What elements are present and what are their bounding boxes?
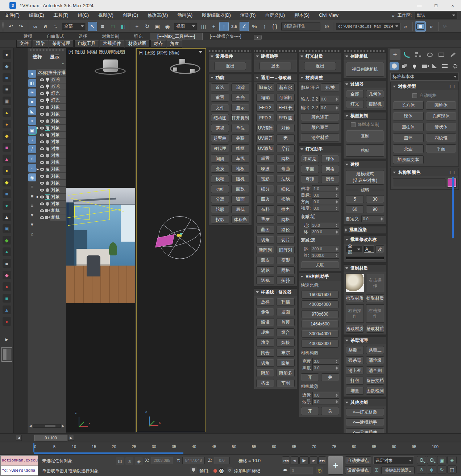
modeling-mode-button[interactable]: 建模模式(先选中对象): [346, 170, 384, 185]
modifier-button[interactable]: 法线: [277, 175, 295, 183]
modifier-button[interactable]: 壳: [277, 134, 295, 142]
ribbon-tab[interactable]: 自由形式: [40, 33, 71, 40]
spline-modifier-button[interactable]: 渲染: [256, 338, 274, 346]
node-label[interactable]: 对象: [50, 139, 66, 145]
viewport-perspective[interactable]: [+][透视][标准][默认明暗处理] zx: [66, 48, 135, 432]
primitive-button[interactable]: 茶壶: [393, 144, 424, 153]
explorer-row[interactable]: ▶ 对象: [37, 193, 66, 200]
value-spinner[interactable]: 0.0: [312, 198, 339, 205]
ribbon-tab[interactable]: [----建模合集----]: [203, 33, 249, 40]
value-spinner[interactable]: 1000.0: [311, 252, 339, 259]
modifier-button[interactable]: 推力: [277, 205, 295, 213]
plugin-button[interactable]: vr代理: [211, 144, 229, 152]
cleanup-button[interactable]: 增量: [346, 387, 364, 395]
modifier-button[interactable]: 重置: [256, 155, 274, 163]
plugin-button[interactable]: 首选: [211, 83, 229, 91]
toolbar-icon[interactable]: ∞: [30, 22, 40, 31]
plugin-icon[interactable]: ▲: [3, 213, 11, 221]
explorer-row[interactable]: 灯光: [37, 97, 66, 104]
expand-arrow-icon[interactable]: ▶: [37, 168, 40, 171]
interior-render[interactable]: [66, 188, 135, 303]
visibility-eye-icon[interactable]: [40, 99, 44, 102]
toolbar-overflow2-icon[interactable]: »: [427, 22, 436, 31]
ribbon-tab[interactable]: 建模: [16, 33, 40, 40]
set-key-button[interactable]: 设置关键点: [345, 466, 371, 474]
plugin-icon[interactable]: ≡: [3, 85, 11, 94]
spline-modifier-button[interactable]: 放样: [256, 298, 274, 306]
subtab-shapes[interactable]: [400, 62, 409, 70]
time-tag-label[interactable]: 添加时间标记: [234, 468, 260, 474]
visibility-eye-icon[interactable]: [40, 113, 44, 116]
toolbar-icon[interactable]: ∠: [240, 22, 249, 31]
next-frame-icon[interactable]: |▶: [310, 456, 317, 464]
visibility-eye-icon[interactable]: [40, 161, 44, 164]
menu-item[interactable]: Civil View: [314, 11, 343, 20]
close-button[interactable]: ×: [444, 0, 461, 11]
category-dropdown[interactable]: 标准基本体: [390, 73, 459, 81]
spline-modifier-button[interactable]: 附加多: [277, 369, 295, 377]
rotate-angle-button[interactable]: 60: [346, 205, 364, 213]
plugin-button[interactable]: 车线: [231, 155, 249, 163]
link-button[interactable]: 关联: [301, 261, 339, 269]
modifier-button[interactable]: 蒙皮: [256, 256, 274, 264]
plugin-tab[interactable]: 常规插件: [100, 40, 124, 48]
explorer-row[interactable]: 对象: [37, 111, 66, 118]
plugin-button[interactable]: 两视: [211, 124, 229, 132]
resolution-preset-button[interactable]: 4000x4000: [302, 300, 339, 308]
explorer-filter-icon[interactable]: /: [28, 145, 36, 153]
scene-object-ring[interactable]: [95, 67, 126, 75]
plugin-button[interactable]: 重置: [211, 94, 229, 102]
ribbon-collapse-icon[interactable]: ▾: [254, 35, 262, 40]
subtab-spacewarps[interactable]: [440, 62, 449, 70]
explorer-row[interactable]: ▶ 对象: [37, 166, 66, 173]
plugin-icon[interactable]: ●: [3, 166, 11, 175]
value-spinner[interactable]: 0.0: [312, 192, 339, 198]
cleanup-button[interactable]: 清卡死: [346, 366, 364, 374]
modifier-button[interactable]: 细分: [256, 185, 274, 193]
plugin-icon[interactable]: ■: [3, 294, 11, 303]
value-spinner[interactable]: 0.0: [319, 96, 339, 102]
visibility-eye-icon[interactable]: [40, 189, 44, 192]
viewport-label-item[interactable]: [标准]: [157, 50, 167, 56]
time-prev-icon[interactable]: ◀: [16, 435, 22, 441]
ribbon-tab[interactable]: [----Max_工具栏----]: [150, 33, 203, 40]
explorer-filter-icon[interactable]: ▼: [28, 211, 36, 219]
plugin-button[interactable]: 面数: [231, 185, 249, 193]
modifier-button[interactable]: FFD 长: [277, 104, 295, 112]
explorer-filter-icon[interactable]: ◉: [28, 173, 36, 181]
visibility-eye-icon[interactable]: [40, 175, 44, 178]
visibility-eye-icon[interactable]: [40, 134, 44, 136]
node-label[interactable]: 灯光: [50, 77, 66, 83]
pick-material-button[interactable]: 拾取材质: [366, 294, 384, 302]
visibility-eye-icon[interactable]: [40, 106, 44, 109]
plugin-button[interactable]: 间隔: [211, 155, 229, 163]
primitive-button[interactable]: 四棱锥: [426, 134, 457, 142]
menu-item[interactable]: 自定义(U): [260, 11, 290, 20]
toolbar-icon[interactable]: +: [209, 22, 219, 31]
material-preview[interactable]: [346, 274, 364, 292]
track-bar[interactable]: 0510152025303540455055606570758085909510…: [0, 442, 461, 454]
explorer-row[interactable]: 对象: [37, 173, 66, 180]
toolbar-icon[interactable]: %: [250, 22, 259, 31]
resolution-preset-button[interactable]: 1464x600: [302, 320, 339, 328]
light-helper-button[interactable]: 不可见: [301, 155, 319, 163]
subtab-geometry[interactable]: [390, 62, 399, 70]
rename-prefix-input[interactable]: A_: [364, 246, 374, 253]
rename-scope-dropdown[interactable]: 全部: [346, 246, 362, 253]
name-color-rollout-header[interactable]: 名称和颜色 ⋮⋮: [391, 168, 458, 176]
viewport-label-item[interactable]: [标准]: [87, 49, 97, 55]
modifier-button[interactable]: FFD 圆: [277, 114, 295, 122]
rotate-angle-button[interactable]: 90: [366, 205, 384, 213]
value-spinner[interactable]: 300.0: [311, 229, 339, 235]
project-folder-dropdown[interactable]: d:\Users\3d…ds Max 2024: [336, 23, 400, 30]
scroll-left-icon[interactable]: ◀: [28, 424, 33, 428]
ribbon-tab[interactable]: 对象绘制: [95, 33, 126, 40]
node-label[interactable]: 灯光: [50, 90, 66, 97]
modifier-button[interactable]: 网格: [277, 216, 295, 223]
plugin-icon[interactable]: ■: [3, 73, 11, 82]
comp-off-button[interactable]: 关: [321, 373, 339, 381]
visibility-eye-icon[interactable]: [40, 85, 44, 88]
node-label[interactable]: 对象: [50, 194, 66, 200]
plugin-icon[interactable]: ◆: [3, 271, 11, 279]
menu-item[interactable]: 渲染(R): [236, 11, 260, 20]
